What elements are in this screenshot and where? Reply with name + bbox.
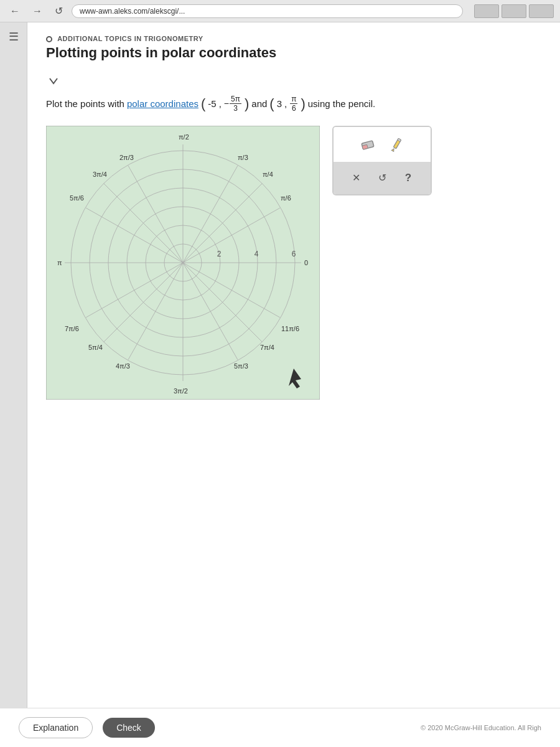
chevron-down-icon[interactable] [46, 73, 61, 88]
close-tool-button[interactable]: ✕ [346, 168, 366, 188]
angle-label-3pi4: 3π/4 [93, 171, 107, 178]
angle-label-7pi4: 7π/4 [260, 344, 274, 351]
tools-top [334, 127, 431, 162]
tools-bottom: ✕ ↺ ? [334, 162, 431, 194]
topic-header: ADDITIONAL TOPICS IN TRIGONOMETRY [46, 35, 541, 42]
graph-tools-row: 2 4 6 0 π/2 π 3π/2 π/3 π/4 [46, 126, 541, 400]
copyright-text: © 2020 McGraw-Hill Education. All Righ [421, 724, 541, 731]
open-paren-2: ( [269, 97, 274, 111]
main-content: ADDITIONAL TOPICS IN TRIGONOMETRY Plotti… [27, 22, 560, 747]
point2-angle-num: π [290, 95, 297, 104]
open-paren-1: ( [201, 97, 205, 111]
point1-fraction: 5π 3 [230, 95, 241, 113]
polar-graph-container[interactable]: 2 4 6 0 π/2 π 3π/2 π/3 π/4 [46, 126, 320, 400]
angle-label-pi6: π/6 [281, 194, 291, 202]
axis-label-2: 2 [217, 250, 222, 258]
angle-label-5pi4: 5π/4 [88, 344, 103, 351]
topic-circle-icon [46, 36, 52, 42]
point1-angle-num: 5π [230, 95, 241, 104]
help-tool-button[interactable]: ? [398, 168, 418, 188]
angle-label-4pi3: 4π/3 [116, 362, 130, 370]
hamburger-menu[interactable]: ☰ [6, 27, 21, 46]
problem-text-before: Plot the points with [46, 98, 124, 109]
topic-label: ADDITIONAL TOPICS IN TRIGONOMETRY [57, 35, 203, 42]
point2-x: 3 [277, 98, 282, 109]
angle-label-5pi3: 5π/3 [234, 362, 248, 370]
tools-panel: ✕ ↺ ? [332, 126, 432, 195]
comma-1: , [219, 98, 222, 109]
angle-label-7pi6: 7π/6 [65, 325, 79, 332]
url-bar[interactable] [72, 4, 463, 18]
close-paren-2: ) [301, 97, 305, 111]
angle-label-pi: π [57, 259, 62, 266]
polar-coordinates-link[interactable]: polar coordinates [127, 98, 198, 109]
check-button[interactable]: Check [103, 718, 155, 738]
window-controls [474, 4, 554, 18]
svg-marker-26 [391, 148, 394, 151]
angle-label-pi3: π/3 [238, 154, 248, 161]
reload-button[interactable]: ↺ [51, 4, 67, 18]
forward-button[interactable]: → [29, 4, 46, 18]
angle-label-3pi2: 3π/2 [174, 387, 188, 395]
maximize-button[interactable] [502, 4, 526, 18]
angle-label-11pi6: 11π/6 [281, 325, 299, 332]
angle-label-0: 0 [304, 259, 308, 266]
problem-statement: Plot the points with polar coordinates (… [46, 95, 541, 113]
angle-label-2pi3: 2π/3 [119, 154, 134, 161]
comma-2: , [284, 98, 287, 109]
point2-fraction: π 6 [290, 95, 297, 113]
minimize-button[interactable] [474, 4, 499, 18]
undo-tool-button[interactable]: ↺ [372, 168, 392, 188]
problem-text-middle: and [251, 98, 267, 109]
page-title: Plotting points in polar coordinates [46, 45, 541, 61]
close-paren-1: ) [245, 97, 249, 111]
sidebar: ☰ [0, 22, 27, 747]
pencil-tool[interactable] [385, 133, 408, 156]
angle-label-pi2: π/2 [179, 133, 189, 141]
point1-angle-den: 3 [232, 104, 239, 113]
problem-text-after: using the pencil. [308, 98, 375, 109]
close-window-button[interactable] [529, 4, 554, 18]
point2-angle-den: 6 [291, 104, 297, 113]
eraser-tool[interactable] [357, 133, 379, 156]
explanation-button[interactable]: Explanation [19, 717, 93, 738]
axis-label-6: 6 [292, 250, 296, 258]
polar-grid-svg[interactable]: 2 4 6 0 π/2 π 3π/2 π/3 π/4 [46, 126, 320, 400]
angle-label-pi4: π/4 [263, 171, 273, 178]
angle-label-5pi6: 5π/6 [70, 194, 84, 202]
browser-chrome: ← → ↺ [0, 0, 560, 22]
point1-x: -5 [208, 98, 216, 109]
axis-label-4: 4 [254, 250, 259, 258]
bottom-bar: Explanation Check © 2020 McGraw-Hill Edu… [0, 708, 560, 747]
back-button[interactable]: ← [6, 4, 24, 18]
